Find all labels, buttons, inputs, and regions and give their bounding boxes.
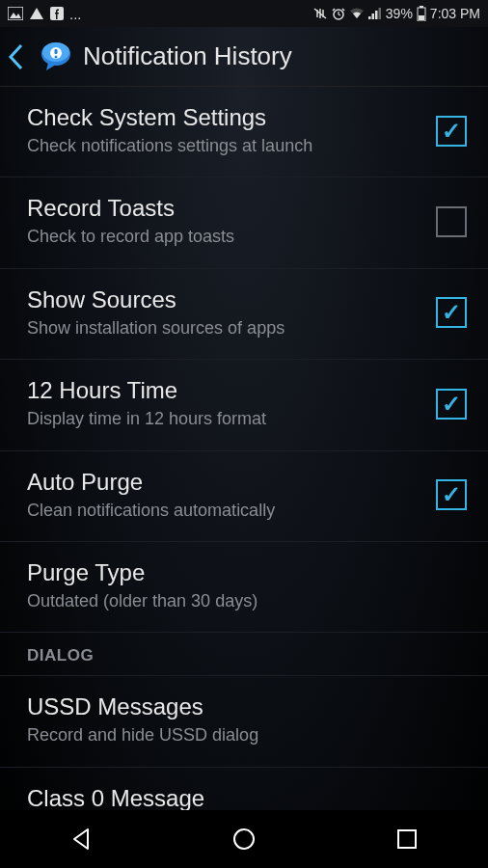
check-icon: ✓ xyxy=(442,391,461,418)
page-title: Notification History xyxy=(83,41,292,71)
status-bar: ... 39% 7:03 PM xyxy=(0,0,488,27)
facebook-icon xyxy=(50,7,64,20)
setting-title: 12 Hours Time xyxy=(27,377,420,404)
checkbox[interactable]: ✓ xyxy=(436,297,467,328)
setting-ussd-messages[interactable]: USSD Messages Record and hide USSD dialo… xyxy=(0,676,488,767)
setting-show-sources[interactable]: Show Sources Show installation sources o… xyxy=(0,269,488,360)
svg-rect-15 xyxy=(55,49,58,54)
setting-subtitle: Check to record app toasts xyxy=(27,226,420,248)
section-header-dialog: DIALOG xyxy=(0,633,488,676)
svg-rect-7 xyxy=(375,11,378,19)
setting-title: USSD Messages xyxy=(27,693,467,720)
svg-rect-11 xyxy=(419,15,424,20)
picture-icon xyxy=(8,7,23,20)
setting-title: Show Sources xyxy=(27,286,420,313)
setting-subtitle: Display time in 12 hours format xyxy=(27,408,420,430)
checkbox[interactable]: ✓ xyxy=(436,479,467,510)
setting-record-toasts[interactable]: Record Toasts Check to record app toasts… xyxy=(0,177,488,268)
setting-title: Purge Type xyxy=(27,559,467,586)
warning-icon xyxy=(29,7,44,20)
check-icon: ✓ xyxy=(442,299,461,326)
checkbox[interactable]: ✓ xyxy=(436,389,467,420)
svg-marker-1 xyxy=(10,13,21,18)
svg-rect-6 xyxy=(371,14,374,19)
setting-title: Class 0 Message xyxy=(27,785,467,812)
setting-title: Record Toasts xyxy=(27,195,420,222)
check-icon: ✓ xyxy=(442,118,461,145)
nav-recent-button[interactable] xyxy=(386,818,428,860)
setting-subtitle: Check notifications settings at launch xyxy=(27,135,420,157)
setting-purge-type[interactable]: Purge Type Outdated (older than 30 days) xyxy=(0,542,488,633)
svg-rect-18 xyxy=(398,830,416,848)
nav-back-button[interactable] xyxy=(60,818,102,860)
status-left: ... xyxy=(8,6,82,22)
checkbox[interactable]: ✓ xyxy=(436,206,467,237)
nav-bar xyxy=(0,810,488,868)
setting-subtitle: Outdated (older than 30 days) xyxy=(27,590,467,612)
vibrate-icon xyxy=(312,7,328,20)
app-bar: Notification History xyxy=(0,27,488,87)
clock: 7:03 PM xyxy=(430,6,480,21)
svg-rect-5 xyxy=(368,16,371,19)
alarm-icon xyxy=(332,7,345,20)
setting-check-system-settings[interactable]: Check System Settings Check notification… xyxy=(0,87,488,177)
battery-icon xyxy=(417,6,426,21)
setting-subtitle: Clean notifications automatically xyxy=(27,500,420,522)
setting-subtitle: Record and hide USSD dialog xyxy=(27,724,467,746)
svg-point-17 xyxy=(234,829,254,849)
setting-subtitle: Show installation sources of apps xyxy=(27,317,420,339)
setting-title: Check System Settings xyxy=(27,104,420,131)
back-button[interactable] xyxy=(8,43,29,70)
svg-point-16 xyxy=(55,55,58,58)
setting-auto-purge[interactable]: Auto Purge Clean notifications automatic… xyxy=(0,451,488,542)
setting-12-hours-time[interactable]: 12 Hours Time Display time in 12 hours f… xyxy=(0,360,488,450)
setting-title: Auto Purge xyxy=(27,469,420,496)
check-icon: ✓ xyxy=(442,481,461,508)
svg-marker-2 xyxy=(30,8,43,19)
battery-percent: 39% xyxy=(386,6,413,21)
checkbox[interactable]: ✓ xyxy=(436,116,467,147)
nav-home-button[interactable] xyxy=(223,818,265,860)
wifi-icon xyxy=(349,8,365,19)
status-ellipsis: ... xyxy=(69,6,82,22)
status-right: 39% 7:03 PM xyxy=(312,6,480,21)
svg-rect-8 xyxy=(378,8,381,19)
app-icon xyxy=(37,38,75,76)
signal-icon xyxy=(368,8,382,19)
settings-list: Check System Settings Check notification… xyxy=(0,87,488,835)
